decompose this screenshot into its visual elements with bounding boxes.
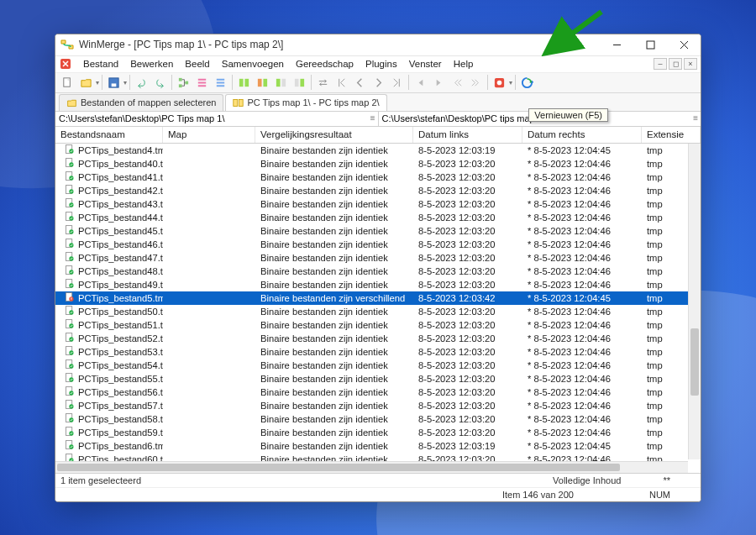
menu-bestand[interactable]: Bestand [77,58,124,70]
menu-plugins[interactable]: Plugins [360,58,403,70]
result-cell: Binaire bestanden zijn identiek [255,253,413,263]
tab-label: PC Tips map 1\ - PC tips map 2\ [247,97,379,108]
redo-button[interactable] [151,74,169,91]
first-diff-button[interactable] [333,74,350,91]
table-row[interactable]: PCTips_bestand48.tmpBinaire bestanden zi… [55,265,701,278]
tab-select-files[interactable]: Bestanden of mappen selecteren [59,94,223,111]
vertical-scrollbar[interactable] [688,144,701,459]
col-header-name[interactable]: Bestandsnaam [55,127,163,143]
table-row[interactable]: PCTips_bestand42.tmpBinaire bestanden zi… [55,184,701,197]
col-header-map[interactable]: Map [163,127,255,143]
menu-gereedschap[interactable]: Gereedschap [290,58,360,70]
minimize-button[interactable] [600,34,633,55]
result-cell: Binaire bestanden zijn identiek [255,374,413,384]
filter-left-button[interactable] [272,74,290,91]
table-row[interactable]: PCTips_bestand46.tmpBinaire bestanden zi… [55,238,701,251]
refresh-button[interactable] [518,74,536,91]
date-left-cell: 8-5-2023 12:03:20 [413,253,522,263]
filter-right-button[interactable] [291,74,308,91]
table-row[interactable]: PCTips_bestand50.tmpBinaire bestanden zi… [55,305,701,318]
table-row[interactable]: PCTips_bestand53.tmpBinaire bestanden zi… [55,345,701,359]
copy-right-all-button[interactable] [467,74,485,91]
table-row[interactable]: PCTips_bestand49.tmpBinaire bestanden zi… [55,278,701,291]
table-row[interactable]: PCTips_bestand55.tmpBinaire bestanden zi… [55,372,701,386]
table-row[interactable]: PCTips_bestand47.tmpBinaire bestanden zi… [55,251,701,265]
date-right-cell: * 8-5-2023 12:04:46 [522,307,642,317]
undo-button[interactable] [133,74,150,91]
menu-help[interactable]: Help [448,58,480,70]
table-row[interactable]: PCTips_bestand58.tmpBinaire bestanden zi… [55,412,701,426]
copy-left-all-button[interactable] [449,74,466,91]
col-header-ext[interactable]: Extensie [642,127,701,143]
maximize-button[interactable] [633,34,667,55]
table-row[interactable]: PCTips_bestand57.tmpBinaire bestanden zi… [55,399,701,412]
copy-right-button[interactable] [430,74,448,91]
overflow-icon[interactable]: ≡ [370,113,375,123]
table-row[interactable]: PCTips_bestand6.tmpBinaire bestanden zij… [55,439,701,453]
result-cell: Binaire bestanden zijn identiek [255,401,413,411]
horizontal-scrollbar[interactable] [55,461,688,473]
mdi-restore-button[interactable]: ◻ [669,58,682,70]
table-row[interactable]: PCTips_bestand44.tmpBinaire bestanden zi… [55,211,701,224]
col-header-result[interactable]: Vergelijkingsresultaat [255,127,413,143]
close-button[interactable] [667,34,701,55]
status-item-count: Item 146 van 200 [502,490,574,500]
scrollbar-thumb[interactable] [690,328,699,396]
table-row[interactable]: PCTips_bestand56.tmpBinaire bestanden zi… [55,386,701,399]
table-row[interactable]: PCTips_bestand4.tmpBinaire bestanden zij… [55,144,701,157]
col-header-date-right[interactable]: Datum rechts [522,127,642,143]
file-icon [64,278,75,291]
scrollbar-thumb[interactable] [57,464,620,471]
table-row[interactable]: PCTips_bestand54.tmpBinaire bestanden zi… [55,359,701,372]
filter-equal-button[interactable] [235,74,253,91]
svg-rect-13 [276,78,281,86]
swap-button[interactable] [314,74,332,91]
menu-beeld[interactable]: Beeld [179,58,215,70]
table-row[interactable]: PCTips_bestand45.tmpBinaire bestanden zi… [55,224,701,238]
result-cell: Binaire bestanden zijn identiek [255,226,413,236]
menu-samenvoegen[interactable]: Samenvoegen [216,58,290,70]
stop-icon[interactable] [59,57,72,71]
open-button[interactable] [77,74,95,91]
last-diff-button[interactable] [388,74,406,91]
date-left-cell: 8-5-2023 12:03:20 [413,401,522,411]
new-button[interactable] [59,74,76,91]
table-row[interactable]: PCTips_bestand43.tmpBinaire bestanden zi… [55,197,701,211]
status-dots: ** [663,475,670,485]
result-cell: Binaire bestanden zijn identiek [255,212,413,223]
file-icon [64,359,75,371]
file-icon [64,184,75,197]
svg-rect-16 [300,78,304,86]
table-row[interactable]: PCTips_bestand59.tmpBinaire bestanden zi… [55,426,701,439]
overflow-icon[interactable]: ≡ [693,113,698,123]
file-list[interactable]: PCTips_bestand4.tmpBinaire bestanden zij… [55,144,701,473]
result-cell: Binaire bestanden zijn identiek [255,387,413,397]
next-diff-button[interactable] [370,74,387,91]
date-left-cell: 8-5-2023 12:03:20 [413,172,522,182]
table-row[interactable]: PCTips_bestand41.tmpBinaire bestanden zi… [55,170,701,184]
menu-venster[interactable]: Venster [403,58,448,70]
collapse-all-button[interactable] [212,74,229,91]
table-row[interactable]: PCTips_bestand5.tmpBinaire bestanden zij… [55,291,701,305]
filter-diff-button[interactable] [254,74,271,91]
menubar: BestandBewerkenBeeldSamenvoegenGereedsch… [55,56,701,73]
svg-rect-12 [263,78,267,86]
date-right-cell: * 8-5-2023 12:04:46 [522,266,642,276]
tree-view-button[interactable] [175,74,192,91]
file-icon [64,386,75,398]
options-button[interactable] [491,74,508,91]
expand-all-button[interactable] [193,74,211,91]
save-button[interactable] [105,74,123,91]
path-left[interactable]: C:\Users\stefan\Desktop\PC Tips map 1\ ≡ [55,112,379,126]
table-row[interactable]: PCTips_bestand51.tmpBinaire bestanden zi… [55,318,701,332]
prev-diff-button[interactable] [351,74,369,91]
copy-left-button[interactable] [412,74,429,91]
menu-bewerken[interactable]: Bewerken [124,58,179,70]
table-row[interactable]: PCTips_bestand40.tmpBinaire bestanden zi… [55,157,701,170]
mdi-close-button[interactable]: × [684,58,697,70]
col-header-date-left[interactable]: Datum links [413,127,522,143]
mdi-minimize-button[interactable]: – [654,58,667,70]
svg-rect-5 [112,83,117,87]
tab-compare[interactable]: PC Tips map 1\ - PC tips map 2\ [225,94,386,111]
table-row[interactable]: PCTips_bestand52.tmpBinaire bestanden zi… [55,332,701,345]
